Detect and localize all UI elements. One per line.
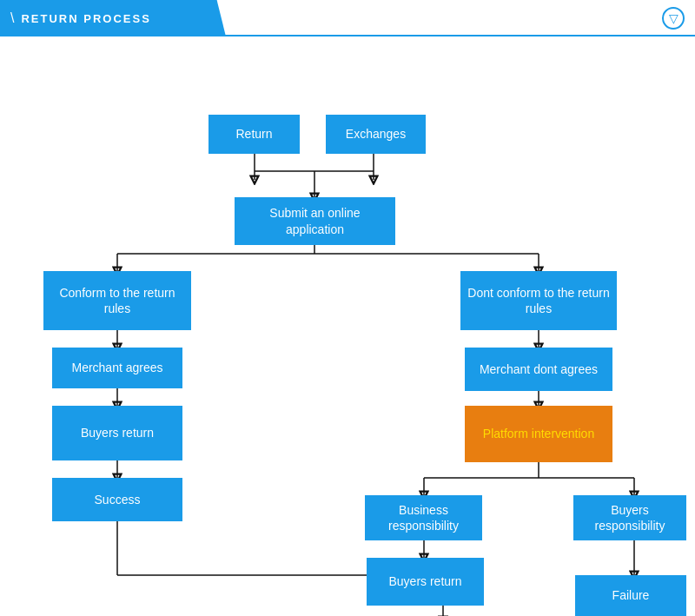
- buyers-return-left-box: Buyers return: [52, 406, 182, 460]
- buyers-return-right-box: Buyers return: [367, 558, 484, 606]
- return-box: Return: [208, 115, 300, 154]
- header-slash: \: [10, 10, 14, 26]
- conform-box: Conform to the return rules: [43, 271, 191, 330]
- business-resp-box: Business responsibility: [365, 495, 482, 540]
- diagram: Return Exchanges Submit an online applic…: [0, 36, 695, 616]
- header-title: RETURN PROCESS: [21, 12, 150, 25]
- merchant-agrees-box: Merchant agrees: [52, 348, 182, 388]
- top-bar: \ RETURN PROCESS ▽: [0, 0, 695, 36]
- platform-intervention-box: Platform intervention: [465, 406, 612, 462]
- header-band: \ RETURN PROCESS: [0, 0, 226, 36]
- dont-conform-box: Dont conform to the return rules: [460, 271, 617, 330]
- buyers-resp-box: Buyers responsibility: [573, 495, 686, 540]
- exchanges-box: Exchanges: [326, 115, 426, 154]
- failure-box: Failure: [575, 575, 686, 616]
- header-icon[interactable]: ▽: [662, 7, 685, 30]
- merchant-dont-box: Merchant dont agrees: [465, 348, 612, 391]
- submit-box: Submit an online application: [235, 197, 395, 245]
- success-box: Success: [52, 478, 182, 521]
